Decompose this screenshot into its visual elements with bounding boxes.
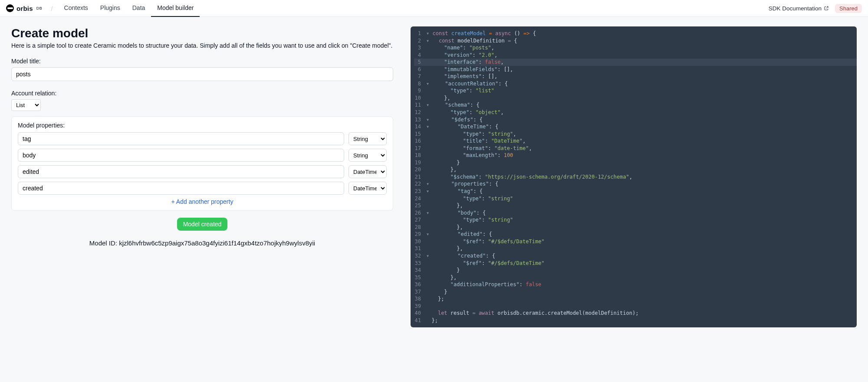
property-row: String <box>18 132 387 145</box>
property-name-input[interactable] <box>18 149 344 162</box>
code-pane: 1▾ const createModel = async () => { 2▾ … <box>406 26 857 327</box>
model-id-display: Model ID: kjzl6hvfrbw6c5zp9aigx75a8o3g4f… <box>11 239 393 247</box>
model-title-label: Model title: <box>11 58 406 65</box>
nav-contexts[interactable]: Contexts <box>58 0 94 17</box>
property-name-input[interactable] <box>18 182 344 195</box>
header-right: SDK Documentation Shared <box>769 4 862 13</box>
property-type-select[interactable]: String <box>349 149 387 162</box>
add-property-link[interactable]: + Add another property <box>18 198 387 205</box>
sdk-docs-link[interactable]: SDK Documentation <box>769 5 829 12</box>
property-row: String <box>18 149 387 162</box>
code-viewer: 1▾ const createModel = async () => { 2▾ … <box>411 26 857 327</box>
external-link-icon <box>824 6 829 11</box>
primary-nav: Contexts Plugins Data Model builder <box>58 0 200 17</box>
nav-model-builder[interactable]: Model builder <box>151 0 200 17</box>
properties-label: Model properties: <box>18 122 387 129</box>
create-model-button[interactable]: Model created <box>177 218 228 231</box>
property-type-select[interactable]: DateTime <box>349 182 387 195</box>
nav-separator: / <box>51 5 53 12</box>
property-name-input[interactable] <box>18 132 344 145</box>
page-subtitle: Here is a simple tool to create Ceramic … <box>11 42 406 49</box>
main-area: Create model Here is a simple tool to cr… <box>0 17 868 337</box>
model-id-prefix: Model ID: <box>89 239 119 247</box>
sdk-docs-label: SDK Documentation <box>769 5 822 12</box>
properties-panel: Model properties: String String DateTime <box>11 116 393 211</box>
orbis-logo-icon <box>6 4 14 12</box>
nav-plugins[interactable]: Plugins <box>94 0 126 17</box>
action-row: Model created <box>11 218 393 231</box>
property-row: DateTime <box>18 165 387 178</box>
property-name-input[interactable] <box>18 165 344 178</box>
property-type-select[interactable]: DateTime <box>349 165 387 178</box>
brand-name: orbis <box>16 5 33 12</box>
app-header: orbis DB / Contexts Plugins Data Model b… <box>0 0 868 17</box>
model-id-value: kjzl6hvfrbw6c5zp9aigx75a8o3g4fyizi61f14g… <box>119 239 315 247</box>
brand-logo: orbis DB <box>6 4 42 12</box>
property-type-select[interactable]: String <box>349 132 387 145</box>
page-title: Create model <box>11 26 406 40</box>
nav-data[interactable]: Data <box>126 0 151 17</box>
model-title-input[interactable] <box>11 67 393 81</box>
relation-select[interactable]: List <box>11 99 41 111</box>
header-left: orbis DB / Contexts Plugins Data Model b… <box>6 0 200 17</box>
relation-label: Account relation: <box>11 90 406 97</box>
env-badge: Shared <box>835 4 862 13</box>
form-pane: Create model Here is a simple tool to cr… <box>11 26 406 327</box>
brand-sub: DB <box>36 6 43 10</box>
property-row: DateTime <box>18 182 387 195</box>
